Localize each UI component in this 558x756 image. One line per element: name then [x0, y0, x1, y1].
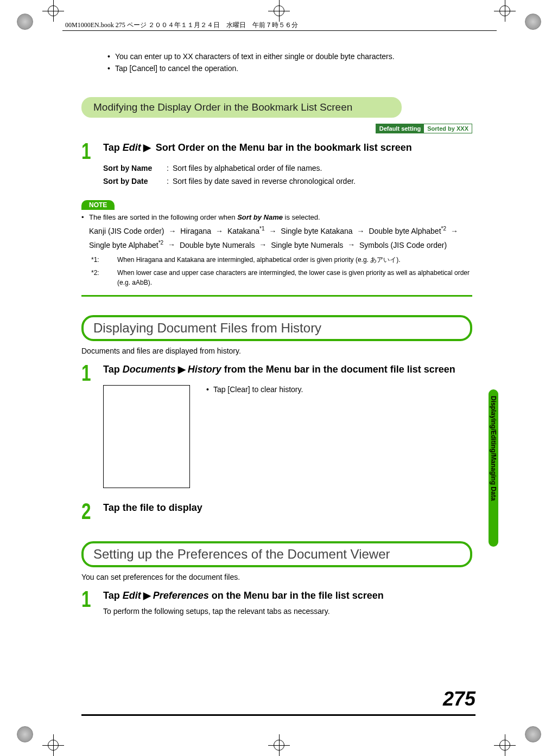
seq-item: Katakana — [227, 227, 259, 235]
text: Tap — [103, 364, 123, 375]
seq-item: Kanji (JIS Code order) — [89, 227, 164, 235]
footnote-ref: *2 — [441, 226, 446, 232]
badge-sorted-by: Sorted by XXX — [424, 124, 472, 133]
arrow-icon: ▶ — [143, 590, 151, 601]
arrow-icon: ▶ — [178, 364, 186, 375]
reg-mark-br — [521, 722, 545, 746]
crop-mark — [268, 734, 290, 756]
seq-item: Single byte Katakana — [281, 227, 352, 235]
text: Sort Order on the Menu bar in the bookma… — [153, 142, 412, 153]
menu-documents: Documents — [123, 364, 176, 375]
text: When Hiragana and Katakana are interming… — [117, 256, 370, 264]
section-intro: You can set preferences for the document… — [81, 573, 472, 581]
crop-mark — [42, 734, 64, 756]
arrow-icon: → — [215, 227, 223, 235]
seq-item: Hiragana — [180, 227, 211, 235]
step-number: 2 — [81, 500, 98, 523]
sort-by-name-desc: Sort files by alphabetical order of file… — [173, 162, 472, 175]
text: from the Menu bar in the document file l… — [221, 364, 455, 375]
seq-item: Single byte Alphabet — [89, 240, 158, 249]
history-note: Tap [Clear] to clear history. — [190, 385, 303, 394]
menu-edit: Edit — [123, 142, 141, 153]
text: The files are sorted in the following or… — [89, 213, 237, 221]
step-number: 1 — [81, 140, 98, 163]
arrow-icon: → — [168, 227, 176, 235]
seq-item: Symbols (JIS Code order) — [359, 240, 447, 249]
sort-by-date-desc: Sort files by date saved in reverse chro… — [173, 175, 472, 188]
crop-mark — [494, 734, 516, 756]
colon: : — [163, 162, 173, 175]
note-body: The files are sorted in the following or… — [81, 212, 472, 287]
section-heading-history: Displaying Document Files from History — [81, 315, 472, 341]
bullet-item: You can enter up to XX characters of tex… — [107, 51, 472, 63]
section-intro: Documents and files are displayed from h… — [81, 347, 472, 355]
bullet-item: Tap [Cancel] to cancel the operation. — [107, 63, 472, 75]
text: ). — [396, 256, 400, 264]
step-1-sort-order: 1 Tap Edit▶ Sort Order on the Menu bar i… — [81, 140, 472, 188]
step-description: To perform the following setups, tap the… — [103, 607, 472, 616]
sort-definitions: Sort by Name : Sort files by alphabetica… — [103, 162, 472, 188]
sort-by-date-label: Sort by Date — [103, 175, 163, 188]
page-footer-rule — [81, 714, 475, 716]
menu-edit: Edit — [123, 590, 141, 601]
text: on the Menu bar in the file list screen — [209, 590, 384, 601]
arrow-icon: → — [168, 240, 175, 249]
step-number: 1 — [81, 588, 98, 611]
arrow-icon: → — [269, 227, 276, 235]
page-content: You can enter up to XX characters of tex… — [81, 43, 472, 616]
footnote-ref: *1 — [259, 226, 264, 232]
text: is selected. — [283, 213, 320, 221]
menu-preferences: Preferences — [153, 590, 209, 601]
arrow-icon: → — [259, 240, 267, 249]
thumb-tab-label: Displaying/Editing/Managing Data — [490, 396, 497, 501]
footnote-key-2: *2: — [91, 268, 110, 287]
menu-history: History — [188, 364, 221, 375]
footnote-val-2: When lower case and upper case character… — [110, 268, 472, 287]
crop-mark — [42, 0, 64, 22]
sort-by-name-label: Sort by Name — [103, 162, 163, 175]
text-sort-by-name: Sort by Name — [237, 213, 283, 221]
step-number: 1 — [81, 362, 98, 385]
step-1-history: 1 Tap Documents▶History from the Menu ba… — [81, 362, 472, 488]
step-title: Tap Documents▶History from the Menu bar … — [103, 363, 472, 376]
arrow-icon: ▶ — [143, 142, 151, 153]
sort-sequence: Kanji (JIS Code order) → Hiragana → Kata… — [89, 224, 472, 252]
footnote-val-1: When Hiragana and Katakana are interming… — [110, 255, 472, 265]
step-title: Tap the file to display — [103, 501, 472, 515]
reg-mark-tl — [13, 10, 37, 34]
text: Tap — [103, 142, 123, 153]
crop-mark — [268, 0, 290, 22]
default-setting-badge: Default settingSorted by XXX — [81, 123, 472, 133]
step-title: Tap Edit▶Preferences on the Menu bar in … — [103, 589, 472, 603]
crop-mark — [494, 0, 516, 22]
note-label: NOTE — [81, 200, 115, 210]
arrow-icon: → — [451, 227, 458, 235]
text: Tap — [103, 590, 123, 601]
seq-item: Single byte Numerals — [271, 240, 343, 249]
note-end-rule — [81, 295, 472, 297]
screenshot-placeholder — [103, 385, 190, 488]
step-title: Tap Edit▶ Sort Order on the Menu bar in … — [103, 141, 472, 155]
jp-text: あアいイ — [370, 256, 396, 264]
arrow-icon: → — [347, 240, 355, 249]
step-1-prefs: 1 Tap Edit▶Preferences on the Menu bar i… — [81, 588, 472, 616]
section-heading-prefs: Setting up the Preferences of the Docume… — [81, 541, 472, 567]
arrow-icon: → — [357, 227, 365, 235]
footnote-key-1: *1: — [91, 255, 110, 265]
step-2-tap-file: 2 Tap the file to display — [81, 500, 472, 523]
print-header: 00M1000EN.book 275 ページ ２００４年１１月２４日 水曜日 午… — [65, 21, 298, 30]
section-heading-modify-order: Modifying the Display Order in the Bookm… — [81, 97, 402, 118]
badge-default-setting: Default setting — [376, 124, 424, 133]
footnote-ref: *2 — [158, 240, 163, 246]
print-header-rule — [62, 30, 497, 31]
reg-mark-tr — [521, 10, 545, 34]
seq-item: Double byte Numerals — [180, 240, 255, 249]
reg-mark-bl — [13, 722, 37, 746]
top-bullet-list: You can enter up to XX characters of tex… — [107, 51, 472, 74]
colon: : — [163, 175, 173, 188]
page-number: 275 — [443, 688, 475, 710]
note-lead: The files are sorted in the following or… — [81, 212, 472, 223]
seq-item: Double byte Alphabet — [369, 227, 441, 235]
